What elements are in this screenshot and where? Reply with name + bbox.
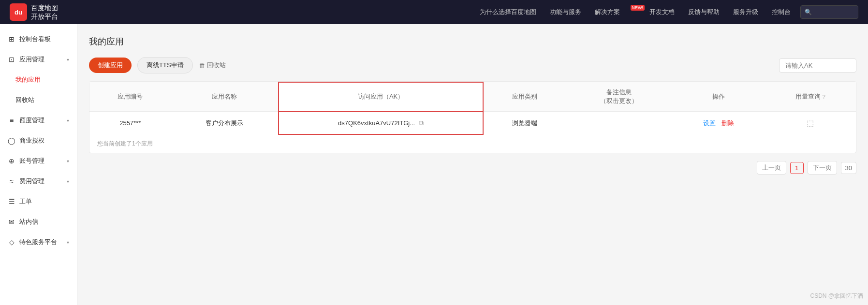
cell-app-name: 客户分布展示: [171, 112, 279, 135]
nav-item-why[interactable]: 为什么选择百度地图: [480, 8, 536, 16]
watermark: CSDN @拿回忆下酒: [810, 292, 863, 300]
top-nav: du 百度地图 开放平台 为什么选择百度地图 功能与服务 解决方案 NEW! 开…: [0, 0, 868, 24]
col-note: 备注信息 （双击更改）: [566, 82, 673, 112]
page-size: 30: [841, 162, 856, 174]
col-app-type: 应用类别: [483, 82, 565, 112]
pagination: 上一页 1 下一页 30: [89, 153, 856, 174]
current-page: 1: [790, 162, 804, 174]
app-table-container: 应用编号 应用名称 访问应用（AK） 应用类别 备注信息 （双击更改） 操作 用…: [89, 81, 856, 153]
sidebar-item-quota[interactable]: ≡ 额度管理 ▾: [0, 110, 77, 131]
nav-item-feedback[interactable]: 反馈与帮助: [688, 8, 720, 16]
question-icon: ?: [823, 94, 825, 100]
apps-icon: ⊡: [8, 56, 15, 63]
main-layout: ⊞ 控制台看板 ⊡ 应用管理 ▾ 我的应用 回收站 ≡ 额度管理 ▾ ◯ 商业授…: [0, 24, 868, 305]
app-table: 应用编号 应用名称 访问应用（AK） 应用类别 备注信息 （双击更改） 操作 用…: [89, 82, 856, 135]
chevron-down-icon-billing: ▾: [67, 179, 69, 184]
sidebar-item-authorization[interactable]: ◯ 商业授权: [0, 131, 77, 151]
main-content: 我的应用 创建应用 离线TTS申请 🗑 回收站 应用编号 应用名称 访问应用（A…: [77, 24, 868, 305]
sidebar-item-my-apps[interactable]: 我的应用: [0, 70, 77, 90]
sidebar-item-recycle[interactable]: 回收站: [0, 90, 77, 110]
trash-icon: 🗑: [199, 62, 205, 69]
ticket-icon: ☰: [8, 198, 15, 205]
sidebar-item-account[interactable]: ⊕ 账号管理 ▾: [0, 151, 77, 171]
sidebar-item-dashboard[interactable]: ⊞ 控制台看板: [0, 29, 77, 49]
create-app-button[interactable]: 创建应用: [89, 58, 132, 73]
table-row: 2557*** 客户分布展示 ds7QK6vxtkuA7vU72ITGj... …: [89, 112, 856, 135]
nav-search-box[interactable]: 🔍: [800, 5, 858, 19]
chevron-down-icon-quota: ▾: [67, 118, 69, 123]
cell-note[interactable]: [566, 112, 673, 135]
cell-ak: ds7QK6vxtkuA7vU72ITGj... ⧉: [279, 112, 483, 135]
col-app-name: 应用名称: [171, 82, 279, 112]
nav-item-docs[interactable]: 开发文档: [649, 8, 675, 16]
delete-link[interactable]: 删除: [721, 119, 734, 127]
sidebar-item-ticket[interactable]: ☰ 工单: [0, 191, 77, 212]
balance-icon: ≡: [8, 116, 15, 124]
grid-icon: ⊞: [8, 35, 15, 43]
cell-usage[interactable]: ⬚: [765, 112, 856, 135]
prev-page-button[interactable]: 上一页: [757, 161, 786, 174]
sidebar: ⊞ 控制台看板 ⊡ 应用管理 ▾ 我的应用 回收站 ≡ 额度管理 ▾ ◯ 商业授…: [0, 24, 77, 305]
copy-icon[interactable]: ⧉: [419, 119, 424, 127]
shield-icon: ◯: [8, 137, 15, 145]
new-badge: NEW!: [631, 5, 645, 11]
page-title: 我的应用: [89, 36, 856, 47]
col-actions: 操作: [672, 82, 765, 112]
col-usage: 用量查询 ?: [765, 82, 856, 112]
app-count-note: 您当前创建了1个应用: [89, 135, 856, 153]
cell-app-id: 2557***: [89, 112, 171, 135]
sidebar-item-billing[interactable]: ≈ 费用管理 ▾: [0, 171, 77, 191]
logo-area: du 百度地图 开放平台: [10, 3, 58, 21]
nav-item-features[interactable]: 功能与服务: [550, 8, 581, 16]
chevron-down-icon: ▾: [67, 57, 69, 62]
settings-link[interactable]: 设置: [703, 119, 716, 127]
recycle-bin-button[interactable]: 🗑 回收站: [199, 61, 226, 70]
sidebar-item-app-management[interactable]: ⊡ 应用管理 ▾: [0, 49, 77, 70]
col-app-id: 应用编号: [89, 82, 171, 112]
cell-actions: 设置 删除: [672, 112, 765, 135]
tts-apply-button[interactable]: 离线TTS申请: [137, 57, 193, 73]
star-icon: ◇: [8, 238, 15, 246]
ak-search-input[interactable]: [779, 58, 856, 73]
money-icon: ≈: [8, 177, 15, 185]
nav-item-console[interactable]: 控制台: [772, 8, 791, 16]
user-icon: ⊕: [8, 157, 15, 165]
chart-icon[interactable]: ⬚: [807, 119, 814, 127]
cell-app-type: 浏览器端: [483, 112, 565, 135]
nav-item-upgrade[interactable]: 服务升级: [733, 8, 758, 16]
mail-icon: ✉: [8, 218, 15, 226]
search-icon: 🔍: [805, 9, 812, 15]
logo-text: 百度地图 开放平台: [31, 3, 58, 21]
nav-item-solutions[interactable]: 解决方案 NEW!: [595, 8, 636, 16]
chevron-down-icon-account: ▾: [67, 159, 69, 164]
chevron-down-icon-special: ▾: [67, 240, 69, 245]
next-page-button[interactable]: 下一页: [808, 161, 837, 174]
nav-links: 为什么选择百度地图 功能与服务 解决方案 NEW! 开发文档 反馈与帮助 服务升…: [480, 8, 791, 16]
toolbar: 创建应用 离线TTS申请 🗑 回收站: [89, 57, 856, 73]
col-ak: 访问应用（AK）: [279, 82, 483, 112]
sidebar-item-special-platform[interactable]: ◇ 特色服务平台 ▾: [0, 232, 77, 252]
sidebar-item-messages[interactable]: ✉ 站内信: [0, 212, 77, 232]
logo-icon: du: [10, 3, 27, 21]
